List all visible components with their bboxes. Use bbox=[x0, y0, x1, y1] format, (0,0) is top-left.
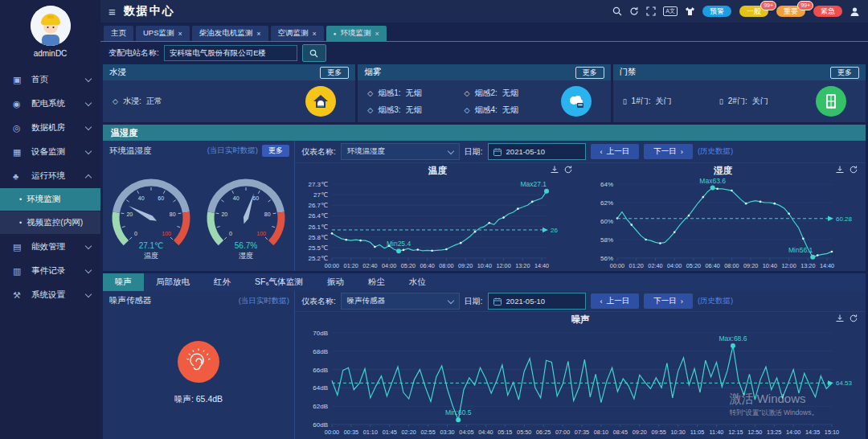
smoke-more-button[interactable]: 更多 bbox=[575, 67, 604, 79]
water-more-button[interactable]: 更多 bbox=[320, 67, 349, 79]
sensor-icon: ◇ bbox=[367, 89, 373, 97]
next-day-button[interactable]: 下一日› bbox=[644, 293, 693, 309]
sidebar-item-2[interactable]: ◉配电系统 bbox=[0, 92, 100, 116]
download-icon[interactable] bbox=[836, 166, 844, 174]
svg-text:02:40: 02:40 bbox=[362, 262, 377, 269]
date-input[interactable]: 2021-05-10 bbox=[488, 293, 586, 310]
ear-noise-icon bbox=[178, 341, 219, 383]
fullscreen-icon[interactable] bbox=[646, 6, 656, 16]
sidebar-item-6[interactable]: ▤能效管理 bbox=[0, 235, 100, 259]
tab-bar: 主页UPS监测×柴油发电机监测×空调监测×●环境监测× bbox=[100, 23, 868, 42]
card-item: ◇烟感2:无烟 bbox=[464, 88, 560, 99]
event-log-icon: ▥ bbox=[13, 266, 27, 277]
sidebar-subitem-2[interactable]: •视频监控(内网) bbox=[0, 211, 100, 234]
noise-tab-2[interactable]: 局部放电 bbox=[144, 273, 202, 291]
noise-tab-4[interactable]: SF₆气体监测 bbox=[243, 273, 315, 291]
hamburger-icon[interactable]: ≡ bbox=[108, 5, 116, 18]
tab-close-icon[interactable]: × bbox=[178, 30, 182, 38]
alarm-general-button[interactable]: 一般99+ bbox=[739, 6, 768, 17]
prev-day-button[interactable]: ‹上一日 bbox=[591, 293, 640, 309]
noise-chart-panel: 仪表名称: 噪声传感器 日期: 2021-05-10 ‹上一日 下一日› (历史… bbox=[295, 291, 866, 439]
svg-text:60dB: 60dB bbox=[313, 421, 328, 429]
station-search-button[interactable] bbox=[302, 44, 326, 62]
chart-refresh-icon[interactable] bbox=[564, 166, 572, 174]
meter-select[interactable]: 噪声传感器 bbox=[341, 293, 460, 310]
meter-name-label: 仪表名称: bbox=[301, 296, 336, 307]
next-day-button[interactable]: 下一日› bbox=[644, 144, 693, 159]
search-icon[interactable] bbox=[612, 6, 622, 16]
sidebar-item-label: 数据机房 bbox=[31, 122, 65, 133]
noise-tab-3[interactable]: 红外 bbox=[202, 273, 243, 291]
sidebar-item-1[interactable]: ▣首页 bbox=[0, 68, 100, 92]
tab-3[interactable]: 柴油发电机监测× bbox=[192, 26, 268, 41]
svg-text:Max27.1: Max27.1 bbox=[520, 180, 547, 188]
prev-day-button[interactable]: ‹上一日 bbox=[591, 144, 640, 159]
tab-close-icon[interactable]: × bbox=[256, 30, 260, 38]
meter-select[interactable]: 环境温湿度 bbox=[341, 143, 460, 160]
gauge-more-button[interactable]: 更多 bbox=[262, 145, 289, 157]
noise-tab-7[interactable]: 水位 bbox=[397, 273, 438, 291]
tab-4[interactable]: 空调监测× bbox=[271, 26, 324, 41]
svg-text:09:20: 09:20 bbox=[633, 429, 647, 436]
noise-tab-1[interactable]: 噪声 bbox=[103, 273, 144, 291]
card-item: ▯2#门:关门 bbox=[719, 96, 816, 107]
chart-refresh-icon[interactable] bbox=[850, 314, 858, 322]
station-input[interactable]: 安科瑞电气股份有限公司E楼 bbox=[164, 45, 297, 61]
sidebar-item-8[interactable]: ⚒系统设置 bbox=[0, 283, 100, 307]
svg-text:56%: 56% bbox=[600, 255, 613, 262]
svg-text:64%: 64% bbox=[600, 181, 613, 188]
svg-text:10:40: 10:40 bbox=[763, 262, 777, 269]
svg-text:01:45: 01:45 bbox=[383, 429, 397, 436]
download-icon[interactable] bbox=[836, 314, 844, 322]
noise-chart[interactable]: 60dB62dB64dB66dB68dB70dB00:0000:3501:100… bbox=[295, 326, 866, 439]
svg-text:04:00: 04:00 bbox=[382, 262, 396, 269]
svg-text:05:50: 05:50 bbox=[517, 429, 531, 436]
theme-icon[interactable] bbox=[685, 6, 695, 16]
noise-tab-5[interactable]: 振动 bbox=[315, 273, 356, 291]
chevron-down-icon bbox=[85, 124, 92, 130]
magnifier-icon bbox=[309, 49, 318, 58]
alarm-urgent-button[interactable]: 紧急 bbox=[813, 6, 842, 17]
alarm-important-button[interactable]: 重要99+ bbox=[776, 6, 805, 17]
svg-text:00:00: 00:00 bbox=[325, 429, 339, 436]
sidebar-subitem-1[interactable]: •环境监测 bbox=[0, 188, 100, 211]
sidebar-item-7[interactable]: ▥事件记录 bbox=[0, 259, 100, 283]
tab-5[interactable]: ●环境监测× bbox=[326, 26, 387, 41]
svg-text:06:40: 06:40 bbox=[706, 262, 720, 269]
svg-text:05:20: 05:20 bbox=[686, 262, 701, 269]
svg-text:Min56.1: Min56.1 bbox=[788, 246, 813, 254]
humidity-chart[interactable]: 56%58%60%62%64%00:0001:2002:4004:0005:20… bbox=[580, 178, 866, 271]
tab-2[interactable]: UPS监测× bbox=[136, 26, 190, 41]
svg-text:100: 100 bbox=[256, 231, 266, 236]
translate-icon[interactable]: A文 bbox=[663, 6, 678, 16]
refresh-icon[interactable] bbox=[629, 6, 639, 16]
svg-text:14:00: 14:00 bbox=[786, 429, 800, 436]
data-room-icon: ◎ bbox=[13, 123, 27, 133]
history-data-link[interactable]: (历史数据) bbox=[698, 146, 733, 157]
gauge-温度: 02040608010027.1℃温度 bbox=[104, 168, 199, 260]
svg-text:06:40: 06:40 bbox=[420, 262, 435, 269]
sidebar-item-3[interactable]: ◎数据机房 bbox=[0, 116, 100, 140]
tab-close-icon[interactable]: × bbox=[375, 30, 379, 38]
tab-label: UPS监测 bbox=[143, 28, 174, 39]
tab-1[interactable]: 主页 bbox=[104, 26, 133, 41]
tab-close-icon[interactable]: × bbox=[313, 30, 317, 38]
noise-tab-6[interactable]: 粉尘 bbox=[356, 273, 397, 291]
download-icon[interactable] bbox=[551, 166, 559, 174]
temperature-chart[interactable]: 25.2℃25.5℃25.8℃26.1℃26.4℃26.7℃27℃27.3℃00… bbox=[295, 178, 580, 271]
history-data-link[interactable]: (历史数据) bbox=[698, 296, 733, 306]
card-item: ◇烟感1:无烟 bbox=[367, 88, 464, 99]
sidebar-item-4[interactable]: ▦设备监测 bbox=[0, 140, 100, 164]
user-icon[interactable] bbox=[850, 6, 860, 17]
avatar[interactable] bbox=[31, 6, 71, 46]
sidebar-item-label: 配电系统 bbox=[31, 98, 65, 109]
chart-refresh-icon[interactable] bbox=[850, 166, 858, 174]
sidebar-item-5[interactable]: ♣运行环境 bbox=[0, 164, 100, 188]
svg-text:01:20: 01:20 bbox=[629, 262, 644, 269]
alarm-warning-button[interactable]: 预警 bbox=[702, 6, 731, 17]
card-item-label: 烟感3: bbox=[378, 105, 400, 116]
date-input[interactable]: 2021-05-10 bbox=[488, 143, 586, 160]
svg-text:13:20: 13:20 bbox=[515, 262, 530, 269]
door-more-button[interactable]: 更多 bbox=[830, 67, 859, 79]
sidebar-subitem-label: 视频监控(内网) bbox=[27, 217, 83, 228]
